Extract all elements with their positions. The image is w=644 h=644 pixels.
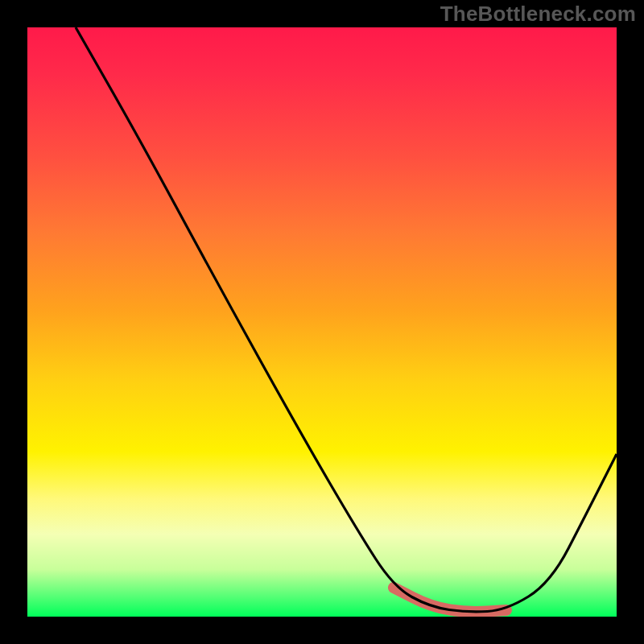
highlight-segment <box>394 588 506 612</box>
plot-area <box>27 27 617 617</box>
chart-stage: TheBottleneck.com <box>0 0 644 644</box>
watermark-text: TheBottleneck.com <box>440 2 636 27</box>
chart-svg <box>27 27 617 617</box>
main-curve <box>76 27 617 612</box>
